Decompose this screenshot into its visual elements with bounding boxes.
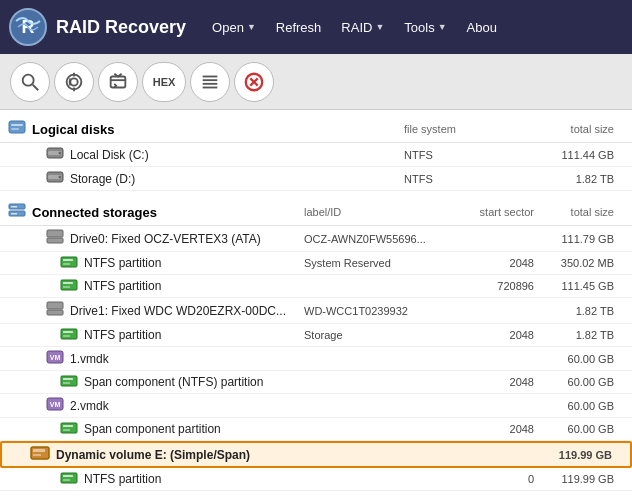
vmdk2-label: 2.vmdk (70, 399, 304, 413)
ntfs-last-sector: 0 (434, 473, 534, 485)
partition3-icon (60, 327, 78, 343)
col-fs-header: file system (404, 123, 534, 135)
span-ntfs-sector: 2048 (434, 376, 534, 388)
drive1-row[interactable]: Drive1: Fixed WDC WD20EZRX-00DC... WD-WC… (0, 298, 632, 324)
hdd-icon-2 (46, 170, 64, 187)
storage-d-size: 1.82 TB (534, 173, 624, 185)
menu-raid[interactable]: RAID ▼ (331, 14, 394, 41)
svg-rect-19 (11, 128, 19, 130)
ntfs2-label: NTFS partition (84, 279, 304, 293)
refresh-disk-button[interactable] (98, 62, 138, 102)
vmdk1-label: 1.vmdk (70, 352, 304, 366)
vmdk1-row[interactable]: VM 1.vmdk 60.00 GB (0, 347, 632, 371)
ntfs2-sector: 720896 (434, 280, 534, 292)
ntfs-last-icon (60, 471, 78, 487)
ntfs3-labelid: Storage (304, 329, 434, 341)
dynamic-volume-size: 119.99 GB (532, 449, 622, 461)
svg-rect-47 (63, 382, 70, 384)
svg-rect-55 (33, 454, 41, 456)
main-panel: Logical disks file system total size Loc… (0, 110, 632, 500)
menu-tools-arrow: ▼ (438, 22, 447, 32)
dynamic-volume-icon (30, 446, 50, 463)
span-ntfs-label: Span component (NTFS) partition (84, 375, 304, 389)
svg-rect-37 (63, 286, 70, 288)
svg-rect-34 (63, 263, 70, 265)
drive0-size: 111.79 GB (534, 233, 624, 245)
partition1-icon (60, 255, 78, 271)
ntfs-last-label: NTFS partition (84, 472, 304, 486)
ntfs3-sector: 2048 (434, 329, 534, 341)
drive1-size: 1.82 TB (534, 305, 624, 317)
menu-tools[interactable]: Tools ▼ (394, 14, 456, 41)
svg-rect-42 (63, 335, 70, 337)
svg-rect-8 (111, 76, 126, 87)
drive0-row[interactable]: Drive0: Fixed OCZ-VERTEX3 (ATA) OCZ-AWNZ… (0, 226, 632, 252)
vmdk1-size: 60.00 GB (534, 353, 624, 365)
svg-rect-56 (61, 473, 77, 483)
local-disk-c-fs: NTFS (404, 149, 534, 161)
local-disk-c-label: Local Disk (C:) (70, 148, 404, 162)
ntfs-partition-2-row[interactable]: NTFS partition 720896 111.45 GB (0, 275, 632, 298)
svg-rect-57 (63, 475, 73, 477)
svg-point-5 (70, 78, 77, 85)
svg-text:VM: VM (50, 354, 61, 361)
ntfs1-labelid: System Reserved (304, 257, 434, 269)
ntfs1-label: NTFS partition (84, 256, 304, 270)
dynamic-volume-e-row[interactable]: Dynamic volume E: (Simple/Span) 119.99 G… (0, 441, 632, 468)
app-title: RAID Recovery (56, 17, 186, 38)
close-button[interactable] (234, 62, 274, 102)
menu-open[interactable]: Open ▼ (202, 14, 266, 41)
storage-d-row[interactable]: Storage (D:) NTFS 1.82 TB (0, 167, 632, 191)
col-size-header-ld: total size (534, 123, 624, 135)
svg-rect-29 (11, 213, 17, 215)
col-size-header-cs: total size (534, 206, 624, 218)
svg-rect-52 (63, 429, 70, 431)
svg-rect-46 (63, 378, 73, 380)
svg-rect-31 (47, 238, 63, 243)
svg-rect-38 (47, 302, 63, 309)
connected-storages-header: Connected storages label/ID start sector… (0, 197, 632, 226)
ntfs-partition-3-row[interactable]: NTFS partition Storage 2048 1.82 TB (0, 324, 632, 347)
scan-button[interactable] (54, 62, 94, 102)
svg-rect-36 (63, 282, 73, 284)
svg-rect-50 (61, 423, 77, 433)
svg-rect-40 (61, 329, 77, 339)
logical-disks-title: Logical disks (32, 122, 404, 137)
span-ntfs-icon (60, 374, 78, 390)
local-disk-c-row[interactable]: Local Disk (C:) NTFS 111.44 GB (0, 143, 632, 167)
svg-rect-33 (63, 259, 73, 261)
ntfs1-size: 350.02 MB (534, 257, 624, 269)
hex-label: HEX (153, 76, 176, 88)
app-logo: R (8, 7, 48, 47)
connected-storages-icon (8, 203, 26, 221)
svg-point-2 (23, 74, 34, 85)
svg-text:VM: VM (50, 401, 61, 408)
svg-rect-53 (31, 447, 49, 459)
span-partition-row[interactable]: Span component partition 2048 60.00 GB (0, 418, 632, 441)
svg-rect-30 (47, 230, 63, 237)
ntfs-partition-1-row[interactable]: NTFS partition System Reserved 2048 350.… (0, 252, 632, 275)
ntfs-last-row[interactable]: NTFS partition 0 119.99 GB (0, 468, 632, 491)
search-button[interactable] (10, 62, 50, 102)
menu-about[interactable]: Abou (457, 14, 507, 41)
ntfs3-label: NTFS partition (84, 328, 304, 342)
drive1-labelid: WD-WCC1T0239932 (304, 305, 434, 317)
titlebar: R RAID Recovery Open ▼ Refresh RAID ▼ To… (0, 0, 632, 54)
menu-refresh[interactable]: Refresh (266, 14, 332, 41)
span-partition-label: Span component partition (84, 422, 304, 436)
list-button[interactable] (190, 62, 230, 102)
span-partition-sector: 2048 (434, 423, 534, 435)
vmdk2-row[interactable]: VM 2.vmdk 60.00 GB (0, 394, 632, 418)
connected-storages-title: Connected storages (32, 205, 304, 220)
svg-rect-41 (63, 331, 73, 333)
drive0-label: Drive0: Fixed OCZ-VERTEX3 (ATA) (70, 232, 304, 246)
drive1-label: Drive1: Fixed WDC WD20EZRX-00DC... (70, 304, 304, 318)
ntfs-last-size: 119.99 GB (534, 473, 624, 485)
toolbar: HEX (0, 54, 632, 110)
hex-button[interactable]: HEX (142, 62, 186, 102)
span-ntfs-partition-row[interactable]: Span component (NTFS) partition 2048 60.… (0, 371, 632, 394)
vmdk2-icon: VM (46, 397, 64, 414)
svg-rect-28 (11, 206, 17, 208)
vmdk1-icon: VM (46, 350, 64, 367)
drive0-icon (46, 229, 64, 248)
